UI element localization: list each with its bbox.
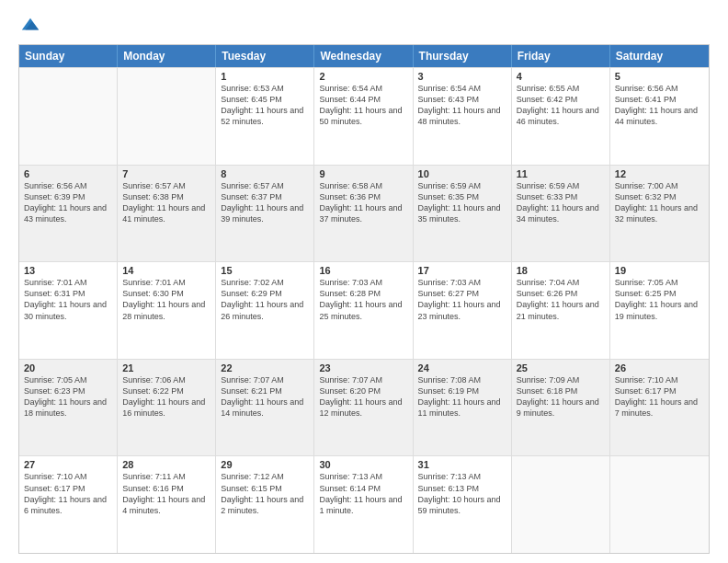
calendar-row-4: 27Sunrise: 7:10 AM Sunset: 6:17 PM Dayli…	[19, 455, 709, 553]
day-info: Sunrise: 6:55 AM Sunset: 6:42 PM Dayligh…	[517, 83, 605, 128]
day-info: Sunrise: 6:54 AM Sunset: 6:44 PM Dayligh…	[319, 83, 407, 128]
day-cell-12: 12Sunrise: 7:00 AM Sunset: 6:32 PM Dayli…	[610, 166, 709, 262]
day-cell-7: 7Sunrise: 6:57 AM Sunset: 6:38 PM Daylig…	[118, 166, 216, 262]
day-cell-11: 11Sunrise: 6:59 AM Sunset: 6:33 PM Dayli…	[512, 166, 610, 262]
header-day-sunday: Sunday	[19, 45, 118, 67]
day-number: 25	[517, 362, 605, 373]
calendar-row-3: 20Sunrise: 7:05 AM Sunset: 6:23 PM Dayli…	[19, 359, 709, 456]
day-cell-6: 6Sunrise: 6:56 AM Sunset: 6:39 PM Daylig…	[19, 166, 118, 262]
day-info: Sunrise: 7:13 AM Sunset: 6:14 PM Dayligh…	[319, 471, 407, 516]
empty-cell	[610, 456, 709, 553]
day-cell-23: 23Sunrise: 7:07 AM Sunset: 6:20 PM Dayli…	[314, 360, 413, 456]
header-day-tuesday: Tuesday	[216, 45, 314, 67]
day-number: 7	[122, 168, 210, 179]
day-cell-3: 3Sunrise: 6:54 AM Sunset: 6:43 PM Daylig…	[414, 68, 512, 165]
day-number: 2	[319, 71, 407, 82]
calendar-row-2: 13Sunrise: 7:01 AM Sunset: 6:31 PM Dayli…	[19, 261, 709, 359]
day-number: 15	[221, 265, 309, 276]
day-cell-30: 30Sunrise: 7:13 AM Sunset: 6:14 PM Dayli…	[314, 456, 413, 553]
calendar-row-0: 1Sunrise: 6:53 AM Sunset: 6:45 PM Daylig…	[19, 67, 709, 165]
day-cell-5: 5Sunrise: 6:56 AM Sunset: 6:41 PM Daylig…	[610, 68, 709, 165]
day-number: 30	[319, 459, 407, 470]
day-number: 17	[418, 265, 506, 276]
day-number: 9	[319, 168, 407, 179]
day-cell-29: 29Sunrise: 7:12 AM Sunset: 6:15 PM Dayli…	[216, 456, 314, 553]
day-number: 6	[24, 168, 112, 179]
day-number: 3	[418, 71, 506, 82]
day-number: 22	[221, 362, 309, 373]
logo-icon	[20, 15, 40, 35]
day-cell-13: 13Sunrise: 7:01 AM Sunset: 6:31 PM Dayli…	[19, 262, 118, 359]
day-number: 18	[517, 265, 605, 276]
day-info: Sunrise: 6:57 AM Sunset: 6:37 PM Dayligh…	[221, 180, 309, 225]
day-number: 24	[418, 362, 506, 373]
day-number: 28	[122, 459, 210, 470]
day-info: Sunrise: 7:07 AM Sunset: 6:20 PM Dayligh…	[319, 374, 407, 419]
day-info: Sunrise: 7:01 AM Sunset: 6:30 PM Dayligh…	[122, 277, 210, 322]
day-number: 8	[221, 168, 309, 179]
empty-cell	[118, 68, 216, 165]
calendar-body: 1Sunrise: 6:53 AM Sunset: 6:45 PM Daylig…	[19, 67, 709, 553]
day-cell-21: 21Sunrise: 7:06 AM Sunset: 6:22 PM Dayli…	[118, 360, 216, 456]
day-number: 31	[418, 459, 506, 470]
header-day-saturday: Saturday	[610, 45, 709, 67]
day-number: 12	[615, 168, 704, 179]
day-number: 11	[517, 168, 605, 179]
header-day-friday: Friday	[512, 45, 610, 67]
day-info: Sunrise: 6:59 AM Sunset: 6:33 PM Dayligh…	[517, 180, 605, 225]
day-cell-18: 18Sunrise: 7:04 AM Sunset: 6:26 PM Dayli…	[512, 262, 610, 359]
day-number: 13	[24, 265, 112, 276]
day-info: Sunrise: 7:05 AM Sunset: 6:23 PM Dayligh…	[24, 374, 112, 419]
day-info: Sunrise: 7:05 AM Sunset: 6:25 PM Dayligh…	[615, 277, 704, 322]
day-number: 27	[24, 459, 112, 470]
day-cell-20: 20Sunrise: 7:05 AM Sunset: 6:23 PM Dayli…	[19, 360, 118, 456]
day-info: Sunrise: 7:10 AM Sunset: 6:17 PM Dayligh…	[615, 374, 704, 419]
day-number: 26	[615, 362, 704, 373]
day-cell-27: 27Sunrise: 7:10 AM Sunset: 6:17 PM Dayli…	[19, 456, 118, 553]
day-info: Sunrise: 7:00 AM Sunset: 6:32 PM Dayligh…	[615, 180, 704, 225]
day-info: Sunrise: 7:07 AM Sunset: 6:21 PM Dayligh…	[221, 374, 309, 419]
header-day-thursday: Thursday	[414, 45, 512, 67]
day-cell-2: 2Sunrise: 6:54 AM Sunset: 6:44 PM Daylig…	[314, 68, 413, 165]
day-number: 20	[24, 362, 112, 373]
day-info: Sunrise: 6:54 AM Sunset: 6:43 PM Dayligh…	[418, 83, 506, 128]
header-day-wednesday: Wednesday	[314, 45, 413, 67]
day-cell-28: 28Sunrise: 7:11 AM Sunset: 6:16 PM Dayli…	[118, 456, 216, 553]
day-number: 10	[418, 168, 506, 179]
logo	[18, 15, 40, 35]
calendar: SundayMondayTuesdayWednesdayThursdayFrid…	[18, 44, 710, 554]
day-info: Sunrise: 7:10 AM Sunset: 6:17 PM Dayligh…	[24, 471, 112, 516]
day-number: 21	[122, 362, 210, 373]
day-cell-14: 14Sunrise: 7:01 AM Sunset: 6:30 PM Dayli…	[118, 262, 216, 359]
day-info: Sunrise: 7:11 AM Sunset: 6:16 PM Dayligh…	[122, 471, 210, 516]
empty-cell	[19, 68, 118, 165]
day-cell-22: 22Sunrise: 7:07 AM Sunset: 6:21 PM Dayli…	[216, 360, 314, 456]
day-info: Sunrise: 7:03 AM Sunset: 6:27 PM Dayligh…	[418, 277, 506, 322]
day-cell-10: 10Sunrise: 6:59 AM Sunset: 6:35 PM Dayli…	[414, 166, 512, 262]
day-cell-16: 16Sunrise: 7:03 AM Sunset: 6:28 PM Dayli…	[314, 262, 413, 359]
day-cell-15: 15Sunrise: 7:02 AM Sunset: 6:29 PM Dayli…	[216, 262, 314, 359]
day-info: Sunrise: 7:09 AM Sunset: 6:18 PM Dayligh…	[517, 374, 605, 419]
day-info: Sunrise: 7:03 AM Sunset: 6:28 PM Dayligh…	[319, 277, 407, 322]
day-number: 16	[319, 265, 407, 276]
day-info: Sunrise: 7:12 AM Sunset: 6:15 PM Dayligh…	[221, 471, 309, 516]
day-number: 5	[615, 71, 704, 82]
calendar-row-1: 6Sunrise: 6:56 AM Sunset: 6:39 PM Daylig…	[19, 165, 709, 262]
day-info: Sunrise: 7:01 AM Sunset: 6:31 PM Dayligh…	[24, 277, 112, 322]
day-cell-19: 19Sunrise: 7:05 AM Sunset: 6:25 PM Dayli…	[610, 262, 709, 359]
day-number: 1	[221, 71, 309, 82]
day-cell-8: 8Sunrise: 6:57 AM Sunset: 6:37 PM Daylig…	[216, 166, 314, 262]
day-cell-24: 24Sunrise: 7:08 AM Sunset: 6:19 PM Dayli…	[414, 360, 512, 456]
empty-cell	[512, 456, 610, 553]
day-info: Sunrise: 6:59 AM Sunset: 6:35 PM Dayligh…	[418, 180, 506, 225]
day-cell-17: 17Sunrise: 7:03 AM Sunset: 6:27 PM Dayli…	[414, 262, 512, 359]
day-number: 19	[615, 265, 704, 276]
day-cell-4: 4Sunrise: 6:55 AM Sunset: 6:42 PM Daylig…	[512, 68, 610, 165]
day-cell-9: 9Sunrise: 6:58 AM Sunset: 6:36 PM Daylig…	[314, 166, 413, 262]
day-info: Sunrise: 7:08 AM Sunset: 6:19 PM Dayligh…	[418, 374, 506, 419]
day-cell-25: 25Sunrise: 7:09 AM Sunset: 6:18 PM Dayli…	[512, 360, 610, 456]
day-info: Sunrise: 7:13 AM Sunset: 6:13 PM Dayligh…	[418, 471, 506, 516]
calendar-header: SundayMondayTuesdayWednesdayThursdayFrid…	[19, 45, 709, 67]
day-info: Sunrise: 6:58 AM Sunset: 6:36 PM Dayligh…	[319, 180, 407, 225]
day-number: 23	[319, 362, 407, 373]
